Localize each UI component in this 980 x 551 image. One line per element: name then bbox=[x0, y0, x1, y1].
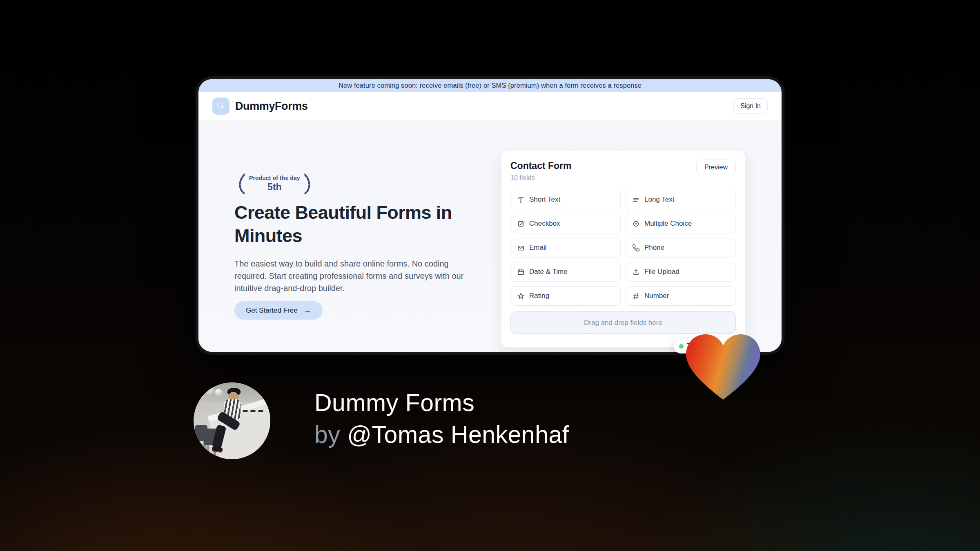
hash-icon bbox=[632, 292, 640, 300]
dummyforms-logo-icon[interactable] bbox=[212, 98, 229, 115]
upload-icon bbox=[632, 268, 640, 276]
short-text-icon bbox=[517, 196, 525, 204]
hero-title: Create Beautiful Forms in Minutes bbox=[234, 201, 473, 247]
site-header: DummyForms Sign In bbox=[198, 92, 782, 120]
avatar-photo bbox=[194, 382, 270, 459]
field-date-time[interactable]: Date & Time bbox=[510, 262, 621, 282]
byline-prefix: by bbox=[314, 421, 347, 448]
credit-title: Dummy Forms bbox=[314, 387, 569, 419]
field-rating[interactable]: Rating bbox=[510, 286, 621, 306]
form-builder-card: Contact Form 10 fields Preview Short Tex… bbox=[501, 150, 745, 348]
field-long-text[interactable]: Long Text bbox=[626, 190, 736, 209]
avatar-light bbox=[204, 385, 214, 395]
avatar-wall-mark bbox=[243, 410, 248, 412]
email-icon bbox=[517, 244, 525, 252]
gradient-heart-icon[interactable] bbox=[683, 330, 764, 403]
browser-window: New feature coming soon: receive emails … bbox=[196, 76, 784, 355]
avatar-light bbox=[215, 389, 223, 396]
drop-zone-text: Drag and drop fields here bbox=[584, 319, 662, 327]
multiple-choice-icon bbox=[632, 220, 640, 228]
credit-byline: by @Tomas Henkenhaf bbox=[314, 419, 569, 451]
checkbox-icon bbox=[517, 220, 525, 228]
long-text-icon bbox=[632, 196, 640, 204]
field-number[interactable]: Number bbox=[626, 286, 736, 306]
field-label: Phone bbox=[644, 244, 664, 252]
field-file-upload[interactable]: File Upload bbox=[626, 262, 736, 282]
field-phone[interactable]: Phone bbox=[626, 238, 736, 258]
laurel-left-icon bbox=[234, 172, 247, 196]
field-label: Multiple Choice bbox=[644, 220, 692, 228]
field-multiple-choice[interactable]: Multiple Choice bbox=[626, 214, 736, 233]
credit-block: Dummy Forms by @Tomas Henkenhaf bbox=[314, 387, 569, 451]
laurel-right-icon bbox=[303, 172, 315, 196]
avatar-chair-leg bbox=[207, 445, 209, 456]
hero-subtitle: The easiest way to build and share onlin… bbox=[234, 258, 470, 294]
arrow-right-icon: → bbox=[304, 307, 311, 315]
form-fields-count: 10 fields bbox=[510, 174, 736, 182]
sign-in-button[interactable]: Sign In bbox=[733, 98, 768, 114]
field-label: Email bbox=[529, 244, 547, 252]
field-label: Long Text bbox=[644, 196, 674, 204]
avatar-chair-leg bbox=[197, 441, 200, 453]
avatar-wall-mark bbox=[250, 410, 256, 412]
field-checkbox[interactable]: Checkbox bbox=[510, 214, 621, 233]
field-type-grid: Short Text Long Text bbox=[510, 190, 736, 306]
field-label: Number bbox=[644, 292, 669, 300]
get-started-button[interactable]: Get Started Free → bbox=[234, 301, 323, 320]
award-title: Product of the day bbox=[249, 175, 300, 181]
dummyforms-page: New feature coming soon: receive emails … bbox=[198, 79, 782, 352]
field-email[interactable]: Email bbox=[510, 238, 621, 258]
field-label: Date & Time bbox=[529, 268, 568, 276]
hero-section: Product of the day 5th bbox=[198, 120, 782, 352]
field-label: Checkbox bbox=[529, 220, 560, 228]
phone-icon bbox=[632, 244, 640, 252]
field-label: File Upload bbox=[644, 268, 679, 276]
preview-button[interactable]: Preview bbox=[696, 160, 736, 175]
calendar-icon bbox=[517, 268, 525, 276]
field-short-text[interactable]: Short Text bbox=[510, 190, 621, 209]
get-started-label: Get Started Free bbox=[246, 307, 298, 315]
avatar-wall-mark bbox=[258, 410, 263, 412]
announcement-banner: New feature coming soon: receive emails … bbox=[198, 79, 782, 92]
award-rank: 5th bbox=[249, 182, 300, 193]
announcement-text: New feature coming soon: receive emails … bbox=[339, 82, 641, 89]
byline-handle: @Tomas Henkenhaf bbox=[347, 421, 569, 448]
brand-name[interactable]: DummyForms bbox=[235, 100, 308, 113]
field-label: Short Text bbox=[529, 196, 560, 204]
star-icon bbox=[517, 292, 525, 300]
field-label: Rating bbox=[529, 292, 549, 300]
product-of-the-day-badge: Product of the day 5th bbox=[234, 172, 315, 196]
